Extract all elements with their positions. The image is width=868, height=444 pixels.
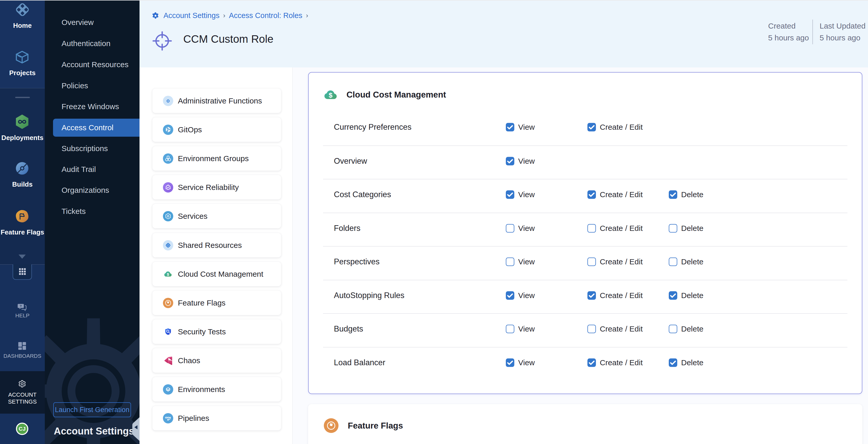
svg-text:$: $ [167, 272, 169, 276]
svg-text:?: ? [20, 304, 22, 308]
